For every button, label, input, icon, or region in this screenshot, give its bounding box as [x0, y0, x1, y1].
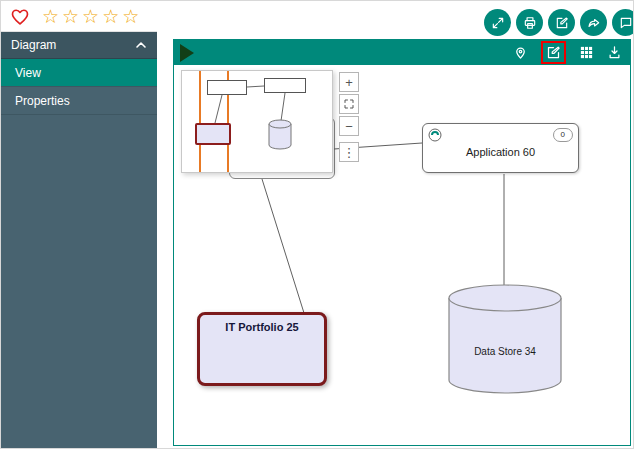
- comment-button[interactable]: [612, 9, 634, 36]
- zoom-out-button[interactable]: −: [339, 116, 359, 136]
- diagram-panel: + − ⋮ 0 Application 60: [173, 39, 631, 446]
- node-badge: 0: [553, 128, 573, 142]
- star-rating[interactable]: ☆ ☆ ☆ ☆ ☆: [42, 7, 139, 26]
- diagram-toolbar: [174, 40, 630, 65]
- download-icon: [607, 45, 622, 60]
- heart-icon[interactable]: [10, 7, 30, 26]
- printer-icon: [523, 16, 537, 30]
- location-button[interactable]: [513, 45, 528, 60]
- star-icon[interactable]: ☆: [82, 7, 99, 26]
- share-icon: [587, 16, 601, 30]
- minimap-node: [207, 80, 247, 95]
- grid-icon: [579, 45, 594, 60]
- app-window: ☆ ☆ ☆ ☆ ☆ Diagram View Properties: [0, 0, 634, 449]
- sidebar-item-view[interactable]: View: [1, 59, 157, 87]
- minimap-connectors: [182, 71, 332, 172]
- expand-button[interactable]: [484, 9, 511, 36]
- fit-screen-button[interactable]: [339, 94, 359, 114]
- comment-icon: [619, 16, 633, 30]
- star-icon[interactable]: ☆: [102, 7, 119, 26]
- sidebar-item-properties[interactable]: Properties: [1, 87, 157, 115]
- node-label: Data Store 34: [448, 346, 562, 357]
- sidebar-section-diagram[interactable]: Diagram: [1, 32, 157, 59]
- edit-highlight-annotation: [541, 41, 566, 64]
- window-toolbar: [484, 9, 634, 36]
- sidebar-item-label: Properties: [15, 94, 70, 108]
- favorites-bar: ☆ ☆ ☆ ☆ ☆: [1, 1, 157, 32]
- diagram-edit-button[interactable]: [546, 45, 561, 60]
- section-title: Diagram: [11, 38, 56, 52]
- zoom-in-button[interactable]: +: [339, 72, 359, 92]
- minimap[interactable]: [181, 70, 333, 173]
- sidebar: ☆ ☆ ☆ ☆ ☆ Diagram View Properties: [1, 1, 157, 449]
- application-type-icon: [428, 128, 442, 146]
- chevron-up-icon[interactable]: [135, 39, 147, 51]
- minimap-node-datastore: [268, 119, 292, 151]
- location-pin-icon: [513, 45, 528, 60]
- zoom-controls: + − ⋮: [339, 72, 359, 162]
- more-options-button[interactable]: ⋮: [339, 142, 359, 162]
- download-button[interactable]: [607, 45, 622, 60]
- diagram-canvas[interactable]: + − ⋮ 0 Application 60: [174, 65, 630, 445]
- edit-icon: [546, 45, 561, 60]
- star-icon[interactable]: ☆: [42, 7, 59, 26]
- sidebar-item-label: View: [15, 66, 41, 80]
- print-button[interactable]: [516, 9, 543, 36]
- star-icon[interactable]: ☆: [62, 7, 79, 26]
- share-button[interactable]: [580, 9, 607, 36]
- play-icon[interactable]: [180, 44, 194, 62]
- edit-button[interactable]: [548, 9, 575, 36]
- expand-icon: [491, 16, 505, 30]
- diagram-node-datastore[interactable]: Data Store 34: [448, 284, 562, 394]
- diagram-node-application[interactable]: 0 Application 60: [422, 123, 579, 173]
- fit-screen-icon: [343, 98, 355, 110]
- edit-icon: [555, 16, 569, 30]
- minimap-node: [264, 78, 306, 93]
- star-icon[interactable]: ☆: [122, 7, 139, 26]
- minimap-node-portfolio: [195, 123, 231, 145]
- diagram-node-portfolio[interactable]: IT Portfolio 25: [197, 312, 327, 386]
- node-label: Application 60: [466, 146, 535, 158]
- node-label: IT Portfolio 25: [200, 321, 324, 333]
- grid-button[interactable]: [579, 45, 594, 60]
- cylinder-shape: [448, 284, 562, 394]
